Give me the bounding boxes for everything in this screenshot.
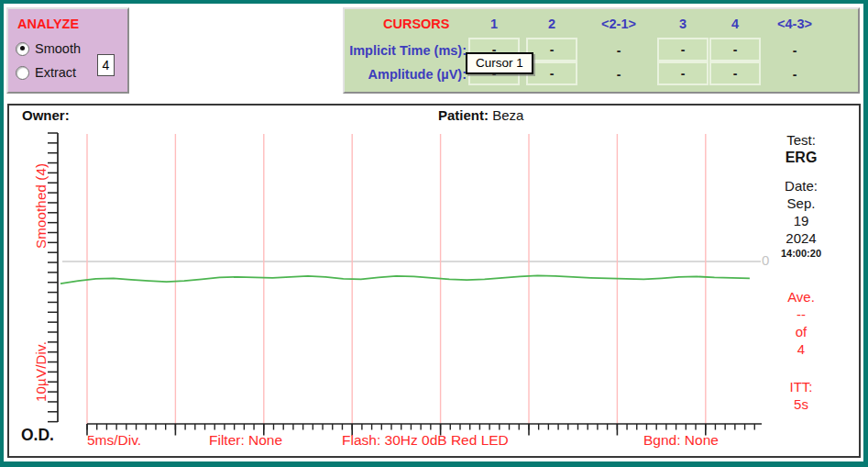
ave-of: of	[750, 323, 852, 340]
time-value: 14:00:20	[750, 247, 852, 261]
implicit-time-cursor4-cell: -	[709, 38, 761, 61]
radio-smooth-icon[interactable]	[16, 42, 29, 56]
test-label: Test:	[750, 131, 852, 149]
ave-current: --	[750, 306, 852, 323]
test-info-column: Test: ERG Date: Sep. 19 2024 14:00:20 Av…	[750, 131, 852, 413]
implicit-time-diff43-value: -	[793, 43, 797, 58]
eye-label: O.D.	[21, 426, 54, 445]
analyze-panel: ANALYZE Smooth Extract	[6, 7, 129, 94]
itt-label: ITT:	[750, 378, 852, 395]
implicit-time-cursor2-cell: -	[526, 38, 577, 61]
date-label: Date:	[750, 177, 852, 195]
y-axis-mode-label: Smoothed (4)	[33, 154, 49, 257]
amplitude-label: Amplitude (µV):	[345, 67, 467, 82]
ave-total: 4	[750, 340, 852, 358]
ave-label: Ave.	[750, 288, 852, 306]
owner-label: Owner:	[22, 107, 70, 123]
date-day: 19	[750, 212, 852, 229]
cursor-col-4-3: <4-3>	[777, 17, 812, 31]
amplitude-diff21-value: -	[617, 67, 621, 82]
cursor-col-3: 3	[679, 17, 687, 31]
radio-extract[interactable]: Extract	[16, 65, 76, 80]
amplitude-diff43-value: -	[793, 67, 797, 82]
patient-field: Patient: Beza	[438, 107, 523, 123]
waveform-chart-panel: Owner: Patient: Beza Smoothed (4) 10µV/D…	[7, 104, 861, 458]
implicit-time-cursor3-cell: -	[657, 38, 709, 61]
radio-smooth-label[interactable]: Smooth	[35, 41, 81, 56]
implicit-time-diff21-value: -	[617, 43, 621, 58]
cursors-title: CURSORS	[383, 17, 450, 31]
date-month: Sep.	[750, 195, 852, 212]
filter-label: Filter: None	[209, 432, 282, 449]
smooth-factor-input[interactable]	[97, 54, 115, 76]
cursor-col-1: 1	[490, 17, 498, 31]
erg-waveform	[60, 275, 750, 284]
radio-smooth[interactable]: Smooth	[16, 41, 81, 56]
analyze-title: ANALYZE	[17, 17, 79, 31]
cursor-col-2: 2	[548, 17, 555, 31]
amplitude-cursor2-cell: -	[526, 61, 577, 85]
amplitude-cursor4-cell: -	[709, 61, 761, 85]
amplitude-cursor3-cell: -	[657, 61, 709, 85]
background-label: Bgnd: None	[643, 432, 719, 449]
radio-extract-icon[interactable]	[16, 66, 29, 80]
test-value: ERG	[750, 149, 852, 166]
erg-plot-area[interactable]	[9, 106, 859, 456]
date-year: 2024	[750, 229, 852, 247]
radio-extract-label[interactable]: Extract	[35, 65, 76, 80]
timebase-label: 5ms/Div.	[87, 432, 141, 449]
erg-app-window: ANALYZE Smooth Extract CURSORS 1 2 <2-1>…	[0, 0, 868, 467]
cursor-col-4: 4	[731, 17, 739, 31]
itt-value: 5s	[750, 395, 852, 413]
cursor-col-2-1: <2-1>	[601, 17, 636, 31]
y-axis-scale-label: 10µV/Div.	[33, 324, 49, 419]
patient-label: Patient:	[438, 107, 489, 123]
flash-label: Flash: 30Hz 0dB Red LED	[342, 432, 509, 449]
cursors-panel: CURSORS 1 2 <2-1> 3 4 <4-3> Implicit Tim…	[343, 7, 860, 94]
implicit-time-label: Implicit Time (ms):	[345, 43, 467, 58]
patient-name: Beza	[492, 107, 523, 123]
cursor1-tooltip: Cursor 1	[466, 52, 533, 74]
